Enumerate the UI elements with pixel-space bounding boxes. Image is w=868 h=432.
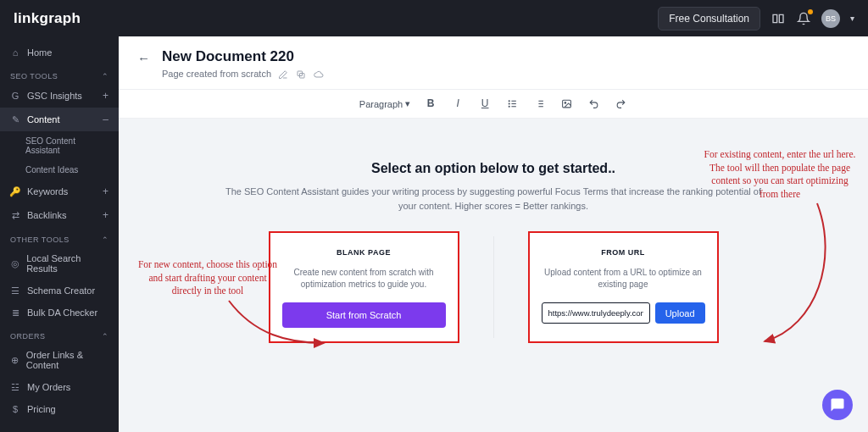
chevron-up-icon: ⌃ [102,72,109,80]
sidebar-item-label: Order Links & Content [26,350,108,370]
sidebar-item-content[interactable]: ✎ Content – [0,108,119,131]
main: ← New Document 220 Page created from scr… [119,36,868,432]
sidebar-item-home[interactable]: ⌂ Home [0,42,119,64]
page-title: New Document 220 [162,48,325,65]
home-icon: ⌂ [10,47,20,58]
intro-desc: The SEO Content Assistant guides your wr… [220,185,766,213]
sidebar-item-label: Local Search Results [26,253,108,274]
cart-icon: ⊕ [10,355,19,365]
sidebar-item-backlinks[interactable]: ⇄ Backlinks + [0,203,119,227]
chevron-up-icon: ⌃ [102,332,109,341]
card-desc: Upload content from a URL to optimize an… [542,267,705,291]
plus-icon: + [103,90,108,102]
notification-dot [808,9,813,14]
sidebar-item-keywords[interactable]: 🔑 Keywords + [0,180,119,203]
dollar-icon: $ [10,404,20,414]
topbar-right: Free Consultation BS ▾ [658,7,854,30]
free-consultation-button[interactable]: Free Consultation [658,7,760,30]
sidebar-item-label: My Orders [27,382,70,392]
sidebar-sub-content-ideas[interactable]: Content Ideas [0,160,119,180]
annotation-left: For new content, choose this option and … [136,258,280,298]
intro-heading: Select an option below to get started.. [220,161,766,176]
cloud-icon[interactable] [314,68,325,79]
image-icon[interactable] [559,98,573,109]
chevron-up-icon: ⌃ [102,235,109,244]
redo-icon[interactable] [614,98,627,109]
avatar[interactable]: BS [821,9,840,28]
canvas: Select an option below to get started.. … [119,119,868,432]
card-title: FROM URL [601,248,645,257]
page-subtitle: Page created from scratch [162,69,271,79]
sidebar-item-local[interactable]: ◎ Local Search Results [0,247,119,280]
sidebar-item-label: Pricing [27,404,56,414]
text-icon: ✎ [10,114,20,125]
sidebar-sub-seo-content-assistant[interactable]: SEO Content Assistant [0,131,119,160]
link-icon: ⇄ [10,210,20,220]
list-icon: ☳ [10,382,20,392]
chevron-down-icon[interactable]: ▾ [850,14,854,23]
sidebar-item-label: Schema Creator [27,285,95,296]
back-arrow-icon[interactable]: ← [137,51,150,65]
card-divider [493,236,494,338]
bold-icon[interactable]: B [424,97,437,110]
page-header: ← New Document 220 Page created from scr… [119,36,868,90]
card-blank-page: BLANK PAGE Create new content from scrat… [269,231,459,343]
sidebar-item-schema[interactable]: ☰ Schema Creator [0,280,119,302]
sidebar-item-label: Content [27,114,60,125]
layers-icon: ☰ [10,285,20,296]
sidebar-item-bulk[interactable]: ≣ Bulk DA Checker [0,302,119,324]
annotation-right: For existing content, enter the url here… [704,148,856,201]
sidebar-item-label: Home [27,47,52,58]
sidebar-item-pricing[interactable]: $ Pricing [0,398,119,420]
chevron-down-icon: ▾ [405,98,410,109]
google-icon: G [10,91,20,101]
stack-icon: ≣ [10,307,20,318]
brand-logo: linkgraph [14,10,81,27]
plus-icon: + [103,186,108,197]
editor-toolbar: Paragraph ▾ B I U [119,90,868,119]
chat-icon [830,397,845,413]
edit-icon[interactable] [278,68,289,79]
upload-button[interactable]: Upload [655,302,705,324]
card-title: BLANK PAGE [337,248,391,257]
bullet-list-icon[interactable] [505,98,519,109]
svg-point-2 [509,101,509,102]
sidebar-item-myorders[interactable]: ☳ My Orders [0,376,119,398]
chat-fab[interactable] [822,390,853,420]
sidebar-item-label: Keywords [27,186,68,197]
key-icon: 🔑 [10,186,20,197]
start-from-scratch-button[interactable]: Start from Scratch [282,302,446,328]
underline-icon[interactable]: U [478,97,492,110]
book-icon[interactable] [771,11,786,26]
undo-icon[interactable] [587,98,600,109]
sidebar-section-orders[interactable]: ORDERS ⌃ [0,324,119,344]
pin-icon: ◎ [10,258,19,269]
sidebar-item-label: Backlinks [27,210,66,220]
card-desc: Create new content from scratch with opt… [282,267,446,291]
italic-icon[interactable]: I [451,97,465,110]
svg-point-4 [509,103,509,104]
minus-icon: – [103,114,108,125]
paragraph-dropdown[interactable]: Paragraph ▾ [359,98,410,109]
sidebar-section-other[interactable]: OTHER TOOLS ⌃ [0,227,119,247]
svg-point-12 [565,102,566,104]
card-from-url: FROM URL Upload content from a URL to op… [528,231,719,343]
sidebar: ⌂ Home SEO TOOLS ⌃ G GSC Insights + ✎ Co… [0,36,119,432]
sidebar-item-orderlinks[interactable]: ⊕ Order Links & Content [0,344,119,376]
bell-icon[interactable] [796,11,811,26]
sidebar-item-gsc[interactable]: G GSC Insights + [0,84,119,108]
numbered-list-icon[interactable] [532,98,546,109]
url-input[interactable] [542,302,650,324]
copy-icon[interactable] [296,68,307,79]
sidebar-section-seo[interactable]: SEO TOOLS ⌃ [0,64,119,84]
sidebar-item-label: GSC Insights [27,91,82,101]
topbar: linkgraph Free Consultation BS ▾ [0,0,868,36]
sidebar-item-label: Bulk DA Checker [27,307,97,318]
svg-point-6 [509,106,509,107]
plus-icon: + [103,209,108,221]
